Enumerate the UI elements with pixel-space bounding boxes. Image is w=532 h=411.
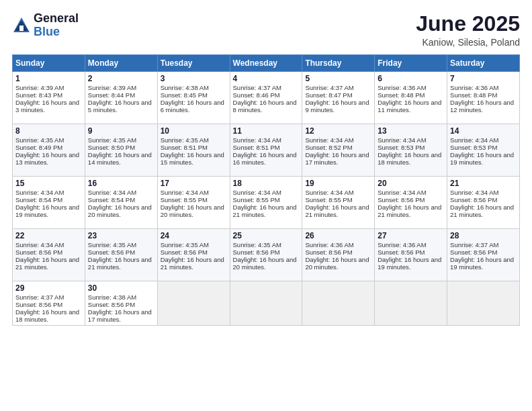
daylight-text: Daylight: 16 hours and 19 minutes. bbox=[15, 203, 79, 218]
table-row: 7 Sunrise: 4:36 AM Sunset: 8:48 PM Dayli… bbox=[447, 72, 520, 124]
sunset-text: Sunset: 8:56 PM bbox=[378, 248, 425, 256]
sunset-text: Sunset: 8:56 PM bbox=[305, 248, 352, 256]
table-row: 29 Sunrise: 4:37 AM Sunset: 8:56 PM Dayl… bbox=[13, 281, 85, 326]
sunrise-text: Sunrise: 4:37 AM bbox=[450, 241, 498, 248]
daylight-text: Daylight: 16 hours and 18 minutes. bbox=[15, 308, 79, 323]
page: General Blue June 2025 Kaniow, Silesia, … bbox=[0, 0, 532, 411]
sunset-text: Sunset: 8:53 PM bbox=[450, 144, 497, 151]
sunset-text: Sunset: 8:56 PM bbox=[450, 248, 497, 256]
day-number: 21 bbox=[450, 179, 517, 188]
sunrise-text: Sunrise: 4:34 AM bbox=[161, 189, 209, 196]
day-number: 25 bbox=[233, 231, 300, 240]
sunset-text: Sunset: 8:48 PM bbox=[450, 91, 497, 99]
sunset-text: Sunset: 8:56 PM bbox=[15, 301, 62, 308]
daylight-text: Daylight: 16 hours and 21 minutes. bbox=[450, 203, 514, 218]
daylight-text: Daylight: 16 hours and 11 minutes. bbox=[378, 99, 441, 113]
table-row: 19 Sunrise: 4:34 AM Sunset: 8:55 PM Dayl… bbox=[302, 177, 375, 229]
day-number: 22 bbox=[15, 231, 82, 240]
sunset-text: Sunset: 8:55 PM bbox=[305, 196, 352, 203]
sunset-text: Sunset: 8:51 PM bbox=[161, 144, 208, 151]
header: General Blue June 2025 Kaniow, Silesia, … bbox=[12, 12, 520, 48]
logo-blue-text: Blue bbox=[34, 26, 79, 39]
table-row: 28 Sunrise: 4:37 AM Sunset: 8:56 PM Dayl… bbox=[447, 229, 520, 281]
day-number: 19 bbox=[305, 179, 371, 188]
sunset-text: Sunset: 8:46 PM bbox=[233, 91, 280, 99]
day-number: 5 bbox=[305, 74, 371, 83]
daylight-text: Daylight: 16 hours and 9 minutes. bbox=[305, 99, 369, 113]
sunrise-text: Sunrise: 4:34 AM bbox=[305, 136, 353, 144]
sunset-text: Sunset: 8:52 PM bbox=[305, 144, 352, 151]
sunrise-text: Sunrise: 4:37 AM bbox=[305, 84, 353, 91]
daylight-text: Daylight: 16 hours and 19 minutes. bbox=[450, 151, 514, 166]
sunrise-text: Sunrise: 4:39 AM bbox=[15, 84, 64, 91]
daylight-text: Daylight: 16 hours and 20 minutes. bbox=[233, 256, 297, 271]
daylight-text: Daylight: 16 hours and 5 minutes. bbox=[88, 99, 152, 113]
sunset-text: Sunset: 8:55 PM bbox=[161, 196, 208, 203]
calendar-title: June 2025 bbox=[416, 12, 520, 36]
title-block: June 2025 Kaniow, Silesia, Poland bbox=[416, 12, 520, 48]
day-number: 29 bbox=[15, 283, 82, 293]
daylight-text: Daylight: 16 hours and 21 minutes. bbox=[378, 203, 441, 218]
table-row: 17 Sunrise: 4:34 AM Sunset: 8:55 PM Dayl… bbox=[157, 177, 230, 229]
sunrise-text: Sunrise: 4:35 AM bbox=[233, 241, 281, 248]
table-row: 23 Sunrise: 4:35 AM Sunset: 8:56 PM Dayl… bbox=[85, 229, 157, 281]
sunset-text: Sunset: 8:48 PM bbox=[378, 91, 425, 99]
sunset-text: Sunset: 8:54 PM bbox=[15, 196, 62, 203]
daylight-text: Daylight: 16 hours and 3 minutes. bbox=[15, 99, 79, 113]
table-row bbox=[230, 281, 302, 326]
day-number: 26 bbox=[305, 231, 371, 240]
sunrise-text: Sunrise: 4:34 AM bbox=[378, 136, 426, 144]
sunrise-text: Sunrise: 4:37 AM bbox=[233, 84, 281, 91]
sunset-text: Sunset: 8:56 PM bbox=[233, 248, 280, 256]
sunset-text: Sunset: 8:51 PM bbox=[233, 144, 280, 151]
sunrise-text: Sunrise: 4:36 AM bbox=[305, 241, 353, 248]
day-number: 24 bbox=[161, 231, 227, 240]
day-number: 17 bbox=[161, 179, 227, 188]
sunrise-text: Sunrise: 4:34 AM bbox=[305, 189, 353, 196]
sunset-text: Sunset: 8:56 PM bbox=[161, 248, 208, 256]
col-saturday: Saturday bbox=[447, 55, 520, 72]
logo-text: General Blue bbox=[34, 12, 79, 39]
day-number: 1 bbox=[15, 74, 82, 83]
daylight-text: Daylight: 16 hours and 21 minutes. bbox=[88, 256, 152, 271]
sunrise-text: Sunrise: 4:34 AM bbox=[233, 189, 281, 196]
day-number: 6 bbox=[378, 74, 444, 83]
daylight-text: Daylight: 16 hours and 21 minutes. bbox=[161, 256, 224, 271]
table-row: 4 Sunrise: 4:37 AM Sunset: 8:46 PM Dayli… bbox=[230, 72, 302, 124]
daylight-text: Daylight: 16 hours and 6 minutes. bbox=[161, 99, 224, 113]
table-row: 11 Sunrise: 4:34 AM Sunset: 8:51 PM Dayl… bbox=[230, 124, 302, 177]
sunrise-text: Sunrise: 4:34 AM bbox=[450, 136, 498, 144]
daylight-text: Daylight: 16 hours and 14 minutes. bbox=[88, 151, 152, 166]
table-row: 15 Sunrise: 4:34 AM Sunset: 8:54 PM Dayl… bbox=[13, 177, 85, 229]
daylight-text: Daylight: 16 hours and 17 minutes. bbox=[305, 151, 369, 166]
header-row: Sunday Monday Tuesday Wednesday Thursday… bbox=[13, 55, 520, 72]
day-number: 15 bbox=[15, 179, 82, 188]
table-row: 14 Sunrise: 4:34 AM Sunset: 8:53 PM Dayl… bbox=[447, 124, 520, 177]
sunset-text: Sunset: 8:55 PM bbox=[233, 196, 280, 203]
col-friday: Friday bbox=[375, 55, 447, 72]
daylight-text: Daylight: 16 hours and 18 minutes. bbox=[378, 151, 441, 166]
daylight-text: Daylight: 16 hours and 21 minutes. bbox=[305, 203, 369, 218]
table-row bbox=[375, 281, 447, 326]
daylight-text: Daylight: 16 hours and 21 minutes. bbox=[233, 203, 297, 218]
table-row: 5 Sunrise: 4:37 AM Sunset: 8:47 PM Dayli… bbox=[302, 72, 375, 124]
logo-icon bbox=[12, 16, 31, 35]
sunrise-text: Sunrise: 4:35 AM bbox=[161, 136, 209, 144]
sunrise-text: Sunrise: 4:38 AM bbox=[88, 293, 136, 301]
sunrise-text: Sunrise: 4:35 AM bbox=[88, 241, 136, 248]
sunrise-text: Sunrise: 4:35 AM bbox=[161, 241, 209, 248]
day-number: 7 bbox=[450, 74, 517, 83]
sunrise-text: Sunrise: 4:34 AM bbox=[15, 189, 64, 196]
day-number: 3 bbox=[161, 74, 227, 83]
daylight-text: Daylight: 16 hours and 20 minutes. bbox=[88, 203, 152, 218]
day-number: 12 bbox=[305, 126, 371, 136]
day-number: 10 bbox=[161, 126, 227, 136]
sunset-text: Sunset: 8:56 PM bbox=[88, 248, 135, 256]
calendar-subtitle: Kaniow, Silesia, Poland bbox=[416, 37, 520, 48]
table-row: 2 Sunrise: 4:39 AM Sunset: 8:44 PM Dayli… bbox=[85, 72, 157, 124]
sunset-text: Sunset: 8:43 PM bbox=[15, 91, 62, 99]
col-tuesday: Tuesday bbox=[157, 55, 230, 72]
table-row: 26 Sunrise: 4:36 AM Sunset: 8:56 PM Dayl… bbox=[302, 229, 375, 281]
table-row bbox=[447, 281, 520, 326]
sunset-text: Sunset: 8:54 PM bbox=[88, 196, 135, 203]
